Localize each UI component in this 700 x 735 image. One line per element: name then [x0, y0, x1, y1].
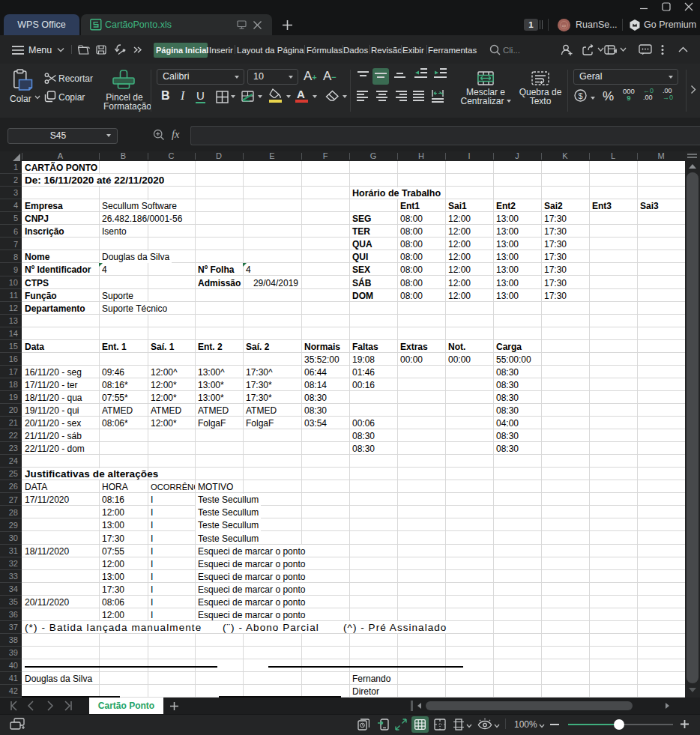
- svg-text:$: $: [578, 91, 582, 100]
